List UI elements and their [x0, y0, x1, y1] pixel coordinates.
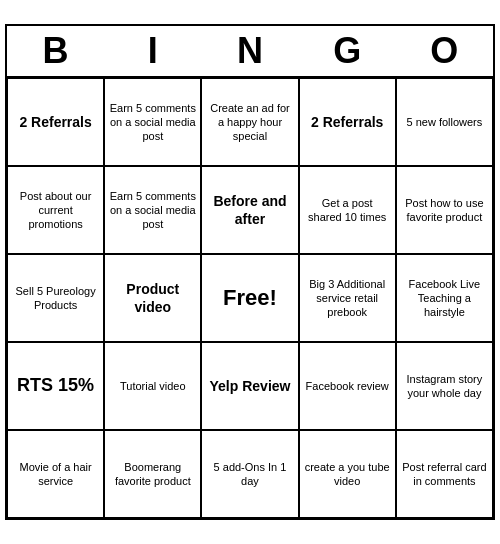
letter-n: N — [205, 30, 295, 72]
bingo-grid: 2 ReferralsEarn 5 comments on a social m… — [7, 78, 493, 518]
bingo-cell-13: Big 3 Additional service retail prebook — [299, 254, 396, 342]
bingo-cell-20: Movie of a hair service — [7, 430, 104, 518]
bingo-cell-21: Boomerang favorite product — [104, 430, 201, 518]
bingo-card: B I N G O 2 ReferralsEarn 5 comments on … — [5, 24, 495, 520]
bingo-cell-10: Sell 5 Pureology Products — [7, 254, 104, 342]
bingo-cell-18: Facebook review — [299, 342, 396, 430]
bingo-cell-24: Post referral card in comments — [396, 430, 493, 518]
bingo-cell-1: Earn 5 comments on a social media post — [104, 78, 201, 166]
bingo-cell-23: create a you tube video — [299, 430, 396, 518]
bingo-cell-6: Earn 5 comments on a social media post — [104, 166, 201, 254]
bingo-cell-19: Instagram story your whole day — [396, 342, 493, 430]
bingo-cell-8: Get a post shared 10 times — [299, 166, 396, 254]
letter-i: I — [108, 30, 198, 72]
bingo-cell-2: Create an ad for a happy hour special — [201, 78, 298, 166]
bingo-cell-9: Post how to use favorite product — [396, 166, 493, 254]
bingo-cell-15: RTS 15% — [7, 342, 104, 430]
bingo-cell-3: 2 Referrals — [299, 78, 396, 166]
bingo-cell-5: Post about our current promotions — [7, 166, 104, 254]
bingo-cell-7: Before and after — [201, 166, 298, 254]
bingo-cell-14: Facebook Live Teaching a hairstyle — [396, 254, 493, 342]
letter-o: O — [399, 30, 489, 72]
bingo-cell-16: Tutorial video — [104, 342, 201, 430]
letter-b: B — [11, 30, 101, 72]
bingo-cell-17: Yelp Review — [201, 342, 298, 430]
bingo-cell-11: Product video — [104, 254, 201, 342]
bingo-header: B I N G O — [7, 26, 493, 78]
bingo-cell-4: 5 new followers — [396, 78, 493, 166]
bingo-cell-12: Free! — [201, 254, 298, 342]
letter-g: G — [302, 30, 392, 72]
bingo-cell-22: 5 add-Ons In 1 day — [201, 430, 298, 518]
bingo-cell-0: 2 Referrals — [7, 78, 104, 166]
